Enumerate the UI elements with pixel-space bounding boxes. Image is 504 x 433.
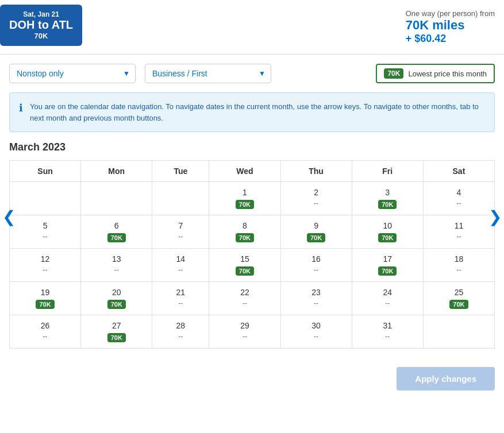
calendar-day-cell[interactable]: 7-- xyxy=(152,215,209,249)
day-number: 24 xyxy=(355,288,421,297)
calendar-day-cell[interactable]: 24-- xyxy=(352,282,423,315)
calendar-day-header: Wed xyxy=(209,161,280,182)
day-number: 17 xyxy=(355,254,421,264)
day-price: 70K xyxy=(426,299,492,309)
day-price: -- xyxy=(155,233,206,241)
day-number: 22 xyxy=(211,288,278,297)
calendar-day-cell[interactable]: 2770K xyxy=(81,315,152,349)
calendar-day-header: Tue xyxy=(152,161,209,182)
day-price: -- xyxy=(12,266,78,274)
day-number: 9 xyxy=(283,221,349,230)
calendar-section: March 2023 ❮ SunMonTueWedThuFriSat 170K2… xyxy=(0,141,504,358)
badge-value: 70K xyxy=(384,68,403,79)
price-badge: 70K xyxy=(378,200,397,209)
day-number: 5 xyxy=(12,221,78,230)
info-icon: ℹ xyxy=(19,102,23,114)
calendar-wrapper: ❮ SunMonTueWedThuFriSat 170K2--370K4--5-… xyxy=(9,160,495,349)
calendar-day-header: Thu xyxy=(280,161,352,182)
day-number: 19 xyxy=(12,288,78,297)
price-badge: 70K xyxy=(378,233,397,242)
calendar-day-cell[interactable]: 670K xyxy=(81,215,152,249)
nonstop-select[interactable]: Nonstop only All flights xyxy=(9,64,136,83)
prev-month-button[interactable]: ❮ xyxy=(2,207,16,226)
badge-label: Lowest price this month xyxy=(408,69,487,78)
day-price: 70K xyxy=(283,233,349,242)
apply-changes-button[interactable]: Apply changes xyxy=(397,367,495,391)
calendar-day-cell[interactable]: 16-- xyxy=(280,249,352,282)
day-number: 15 xyxy=(211,254,278,264)
calendar-day-cell[interactable]: 12-- xyxy=(10,249,81,282)
price-badge: 70K xyxy=(236,233,254,242)
day-number: 14 xyxy=(155,254,206,264)
price-badge: 70K xyxy=(107,233,126,242)
day-number: 6 xyxy=(83,221,149,230)
flight-route: DOH to ATL xyxy=(9,18,73,32)
info-message: You are on the calendar date navigation.… xyxy=(30,101,485,123)
calendar-day-cell xyxy=(10,182,81,215)
calendar-day-cell[interactable]: 2070K xyxy=(81,282,152,315)
apply-section: Apply changes xyxy=(0,358,504,400)
calendar-day-cell[interactable]: 28-- xyxy=(152,315,209,349)
day-price: 70K xyxy=(83,333,149,342)
calendar-day-cell[interactable]: 970K xyxy=(280,215,352,249)
calendar-day-cell[interactable]: 1070K xyxy=(352,215,423,249)
day-number: 11 xyxy=(426,221,492,230)
lowest-price-badge: 70K Lowest price this month xyxy=(376,64,495,83)
calendar-day-cell[interactable]: 870K xyxy=(209,215,280,249)
day-number: 26 xyxy=(12,321,78,330)
day-price: 70K xyxy=(211,199,278,209)
price-badge: 70K xyxy=(36,300,54,309)
calendar-day-header: Fri xyxy=(352,161,423,182)
calendar-day-cell[interactable]: 1770K xyxy=(352,249,423,282)
price-badge: 70K xyxy=(378,266,397,276)
calendar-week-row: 170K2--370K4-- xyxy=(10,182,495,215)
day-number: 21 xyxy=(155,288,206,297)
calendar-day-cell[interactable]: 5-- xyxy=(10,215,81,249)
day-price: 70K xyxy=(355,233,421,242)
calendar-day-cell[interactable]: 21-- xyxy=(152,282,209,315)
cabin-select[interactable]: Business / First Economy First xyxy=(145,64,271,83)
calendar-day-cell[interactable]: 4-- xyxy=(423,182,494,215)
day-price: 70K xyxy=(211,266,278,276)
day-number: 3 xyxy=(355,188,421,197)
calendar-day-cell[interactable]: 31-- xyxy=(352,315,423,349)
day-number: 4 xyxy=(426,188,492,197)
miles-price: 70K miles xyxy=(406,18,495,33)
day-number: 27 xyxy=(83,321,149,330)
calendar-day-cell[interactable]: 2570K xyxy=(423,282,494,315)
calendar-day-cell[interactable]: 18-- xyxy=(423,249,494,282)
day-price: -- xyxy=(426,266,492,274)
calendar-day-cell[interactable]: 11-- xyxy=(423,215,494,249)
calendar-day-cell[interactable]: 26-- xyxy=(10,315,81,349)
day-price: -- xyxy=(426,199,492,207)
day-number: 20 xyxy=(83,288,149,297)
day-number: 10 xyxy=(355,221,421,230)
calendar-day-cell[interactable]: 14-- xyxy=(152,249,209,282)
calendar-day-cell[interactable]: 22-- xyxy=(209,282,280,315)
calendar-day-cell[interactable]: 1970K xyxy=(10,282,81,315)
calendar-day-cell[interactable]: 23-- xyxy=(280,282,352,315)
route-box: Sat, Jan 21 DOH to ATL 70K xyxy=(0,5,82,46)
day-price: -- xyxy=(355,299,421,307)
calendar-day-cell[interactable]: 170K xyxy=(209,182,280,215)
day-price: 70K xyxy=(355,199,421,209)
day-price: -- xyxy=(355,333,421,341)
next-month-button[interactable]: ❯ xyxy=(488,207,502,226)
calendar-day-cell[interactable]: 13-- xyxy=(81,249,152,282)
day-number: 30 xyxy=(283,321,349,330)
calendar-day-cell[interactable]: 30-- xyxy=(280,315,352,349)
day-number: 7 xyxy=(155,221,206,230)
price-badge: 70K xyxy=(449,300,468,309)
calendar-day-cell xyxy=(423,315,494,349)
calendar-table: SunMonTueWedThuFriSat 170K2--370K4--5--6… xyxy=(9,160,495,349)
calendar-day-header: Sun xyxy=(10,161,81,182)
calendar-body: 170K2--370K4--5--670K7--870K970K1070K11-… xyxy=(10,182,495,349)
calendar-day-cell[interactable]: 29-- xyxy=(209,315,280,349)
calendar-day-cell[interactable]: 2-- xyxy=(280,182,352,215)
calendar-day-cell[interactable]: 370K xyxy=(352,182,423,215)
day-price: -- xyxy=(283,266,349,274)
day-number: 1 xyxy=(211,188,278,197)
calendar-day-cell[interactable]: 1570K xyxy=(209,249,280,282)
price-label: One way (per person) from xyxy=(406,9,495,18)
day-price: 70K xyxy=(12,299,78,309)
